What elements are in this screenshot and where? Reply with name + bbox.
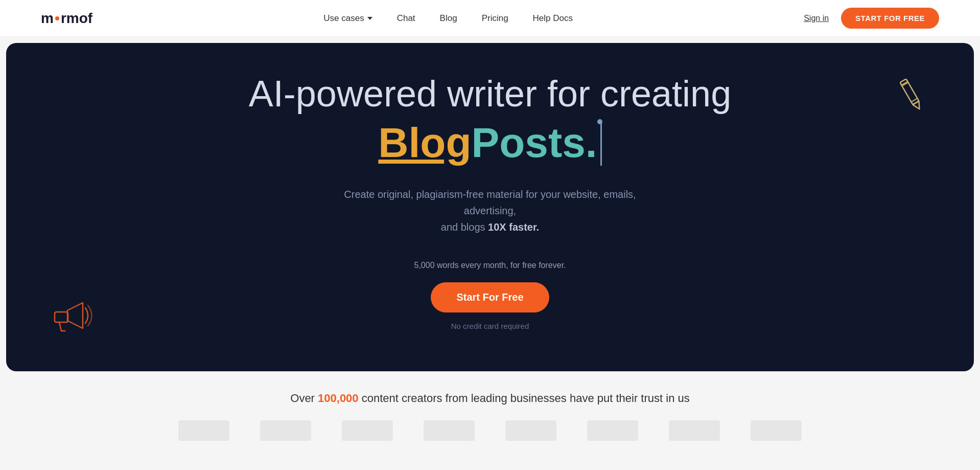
- hero-title-line1: AI-powered writer for creating: [249, 74, 731, 114]
- nav-link-chat[interactable]: Chat: [397, 13, 415, 23]
- megaphone-icon: [37, 293, 93, 351]
- chevron-down-icon: [367, 17, 372, 20]
- cursor-animation: [597, 119, 602, 166]
- svg-line-6: [59, 322, 61, 331]
- start-free-button-hero[interactable]: Start For Free: [431, 282, 549, 312]
- hero-blog-word: Blog: [378, 120, 471, 166]
- nav-link-pricing[interactable]: Pricing: [482, 13, 508, 23]
- hero-subtitle-line2: and blogs: [441, 221, 485, 233]
- svg-rect-5: [55, 312, 68, 322]
- hero-subtitle: Create original, plagiarism-free materia…: [326, 186, 654, 235]
- trust-suffix: content creators from leading businesses…: [359, 392, 690, 405]
- start-free-button-nav[interactable]: START FOR FREE: [841, 8, 939, 29]
- logo-dot: [55, 16, 59, 20]
- sign-in-link[interactable]: Sign in: [804, 14, 829, 23]
- logo[interactable]: mrmof: [41, 10, 92, 27]
- partner-logo-8: [751, 420, 802, 441]
- svg-rect-0: [900, 79, 919, 104]
- hero-section: AI-powered writer for creating Blog Post…: [6, 43, 974, 371]
- navbar: mrmof Use cases Chat Blog Pricing Help D…: [0, 0, 980, 37]
- trust-title: Over 100,000 content creators from leadi…: [20, 392, 960, 405]
- nav-link-use-cases[interactable]: Use cases: [323, 13, 372, 24]
- partner-logo-1: [178, 420, 229, 441]
- nav-link-blog[interactable]: Blog: [440, 13, 457, 23]
- hero-subtitle-line1: Create original, plagiarism-free materia…: [344, 189, 636, 216]
- nav-link-help-docs[interactable]: Help Docs: [533, 13, 573, 23]
- hero-posts-word: Posts.: [472, 120, 597, 166]
- partner-logo-6: [587, 420, 638, 441]
- partner-logo-2: [260, 420, 311, 441]
- pencil-icon: [892, 74, 933, 117]
- nav-item-chat[interactable]: Chat: [397, 13, 415, 24]
- nav-menu: Use cases Chat Blog Pricing Help Docs: [323, 13, 573, 24]
- no-credit-card-text: No credit card required: [451, 322, 529, 330]
- nav-item-pricing[interactable]: Pricing: [482, 13, 508, 24]
- hero-subtitle-bold: 10X faster.: [488, 221, 539, 233]
- trust-number: 100,000: [318, 392, 359, 405]
- nav-right: Sign in START FOR FREE: [804, 8, 939, 29]
- partner-logo-7: [669, 420, 720, 441]
- partner-logo-3: [342, 420, 393, 441]
- hero-words-badge: 5,000 words every month, for free foreve…: [414, 261, 566, 270]
- partner-logo-5: [505, 420, 556, 441]
- nav-item-blog[interactable]: Blog: [440, 13, 457, 24]
- svg-line-3: [911, 98, 917, 102]
- nav-item-help-docs[interactable]: Help Docs: [533, 13, 573, 24]
- trust-logos: [20, 420, 960, 441]
- nav-label-use-cases: Use cases: [323, 13, 364, 24]
- cursor-bar: [600, 122, 602, 166]
- trust-prefix: Over: [290, 392, 318, 405]
- logo-text-m: m: [41, 10, 54, 27]
- partner-logo-4: [424, 420, 475, 441]
- logo-text-rest: rmof: [61, 10, 92, 27]
- trust-section: Over 100,000 content creators from leadi…: [0, 371, 980, 451]
- hero-title-line2: Blog Posts.: [378, 119, 601, 166]
- nav-item-use-cases[interactable]: Use cases: [323, 13, 372, 24]
- svg-marker-1: [913, 101, 922, 111]
